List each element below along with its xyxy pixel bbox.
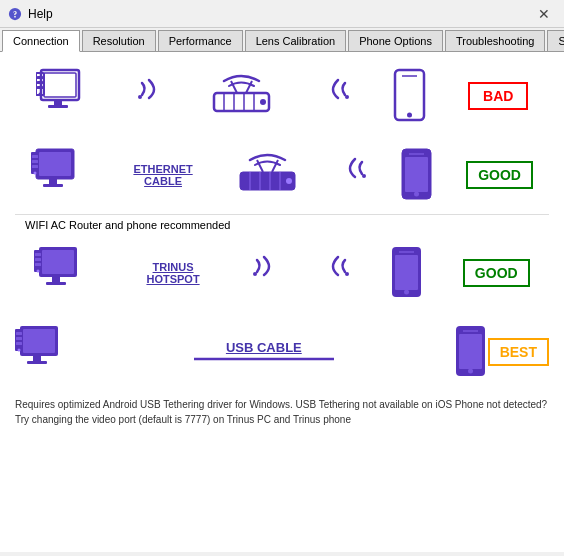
- svg-point-30: [34, 172, 37, 175]
- svg-point-18: [345, 95, 349, 99]
- svg-rect-6: [37, 81, 43, 84]
- tab-steamvr[interactable]: SteamVR: [547, 30, 564, 51]
- svg-rect-25: [43, 184, 63, 187]
- tab-performance[interactable]: Performance: [158, 30, 243, 51]
- phone-icon-1: [392, 68, 427, 123]
- badge-bad: BAD: [468, 82, 528, 110]
- svg-rect-0: [41, 70, 79, 100]
- row-wifi-bad: BAD: [15, 62, 549, 129]
- svg-rect-7: [37, 86, 43, 89]
- usb-text: USB CABLE: [226, 340, 302, 355]
- row-usb-best: USB CABLE BEST: [15, 318, 549, 385]
- svg-rect-29: [32, 165, 38, 168]
- phone-icon-3: [389, 245, 424, 300]
- badge-good-2: GOOD: [463, 259, 530, 287]
- svg-rect-24: [49, 179, 57, 184]
- svg-rect-45: [42, 250, 74, 274]
- close-button[interactable]: ✕: [532, 4, 556, 24]
- usb-label-group: USB CABLE: [75, 340, 453, 363]
- tab-resolution[interactable]: Resolution: [82, 30, 156, 51]
- wifi-waves-4: [320, 255, 350, 290]
- title-bar-left: Help: [8, 7, 53, 21]
- tab-connection[interactable]: Connection: [2, 30, 80, 52]
- svg-rect-3: [48, 105, 68, 108]
- svg-rect-62: [27, 361, 47, 364]
- svg-rect-1: [44, 73, 76, 97]
- svg-rect-61: [33, 356, 41, 361]
- window-title: Help: [28, 7, 53, 21]
- svg-point-8: [38, 93, 41, 96]
- svg-rect-66: [16, 342, 22, 345]
- svg-point-36: [286, 178, 292, 184]
- svg-point-9: [138, 95, 142, 99]
- svg-rect-56: [395, 255, 418, 290]
- pc-icon-4: [15, 324, 75, 379]
- tab-phone-options[interactable]: Phone Options: [348, 30, 443, 51]
- wifi-waves-1: [137, 78, 167, 113]
- svg-point-52: [37, 270, 40, 273]
- svg-rect-28: [32, 160, 38, 163]
- footnote: Requires optimized Android USB Tethering…: [15, 397, 549, 427]
- svg-point-15: [260, 99, 266, 105]
- svg-rect-46: [52, 277, 60, 282]
- row-ethernet-good: ETHERNETCABLE: [15, 141, 549, 215]
- svg-rect-47: [46, 282, 66, 285]
- wifi-waves-3: [337, 157, 367, 192]
- ethernet-label: ETHERNETCABLE: [123, 163, 203, 187]
- svg-point-54: [345, 272, 349, 276]
- svg-point-67: [18, 349, 21, 352]
- svg-rect-51: [35, 263, 41, 266]
- svg-rect-65: [16, 337, 22, 340]
- tab-lens-calibration[interactable]: Lens Calibration: [245, 30, 347, 51]
- svg-rect-64: [16, 332, 22, 335]
- svg-rect-60: [23, 329, 55, 353]
- trinus-text: TRINUSHOTSPOT: [146, 261, 199, 285]
- svg-rect-49: [35, 253, 41, 256]
- pc-icon-3: [34, 245, 94, 300]
- svg-point-58: [404, 290, 409, 295]
- wifi-waves-2: [320, 78, 350, 113]
- router-icon-2: [235, 150, 305, 200]
- svg-point-43: [414, 192, 419, 197]
- svg-point-72: [468, 369, 473, 374]
- trinus-label-group: TRINUSHOTSPOT: [133, 261, 213, 285]
- svg-point-53: [253, 272, 257, 276]
- svg-rect-5: [37, 76, 43, 79]
- help-icon: [8, 7, 22, 21]
- pc-icon-1: [36, 68, 96, 123]
- svg-point-21: [407, 113, 412, 118]
- hotspot-waves: [252, 255, 282, 290]
- row-trinus-good: TRINUSHOTSPOT: [15, 239, 549, 306]
- ethernet-text: ETHERNETCABLE: [133, 163, 192, 187]
- svg-point-39: [362, 174, 366, 178]
- badge-good-1: GOOD: [466, 161, 533, 189]
- usb-cable-line: [194, 355, 334, 363]
- svg-rect-2: [54, 100, 62, 105]
- router-icon-1: [209, 71, 279, 121]
- wifi-note: WIFI AC Router and phone recommended: [25, 219, 549, 231]
- title-bar: Help ✕: [0, 0, 564, 28]
- svg-rect-41: [405, 157, 428, 192]
- pc-icon-2: [31, 147, 91, 202]
- tab-bar: Connection Resolution Performance Lens C…: [0, 28, 564, 52]
- phone-icon-4: [453, 324, 488, 379]
- tab-troubleshooting[interactable]: Troubleshooting: [445, 30, 545, 51]
- badge-best: BEST: [488, 338, 549, 366]
- phone-icon-2: [399, 147, 434, 202]
- svg-rect-70: [459, 334, 482, 369]
- svg-rect-50: [35, 258, 41, 261]
- content-area: BAD ETHERNETCABLE: [0, 52, 564, 552]
- svg-rect-23: [39, 152, 71, 176]
- svg-rect-27: [32, 155, 38, 158]
